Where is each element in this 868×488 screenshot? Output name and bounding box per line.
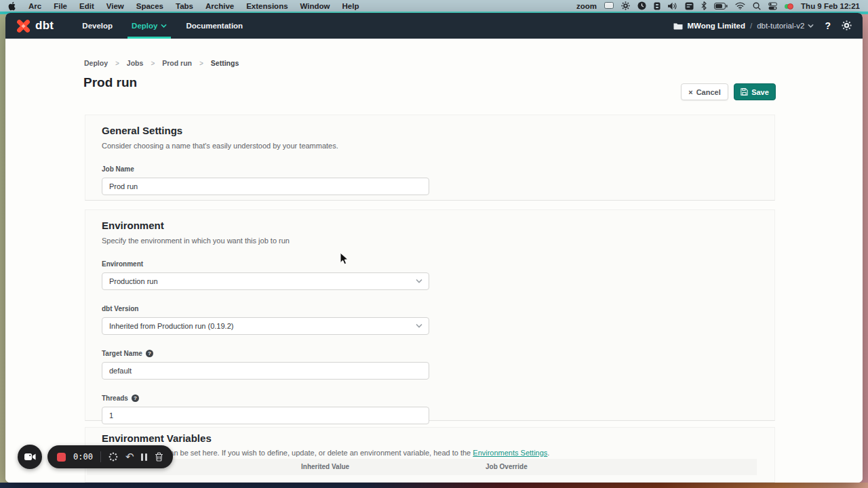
job-name-label: Job Name (102, 165, 758, 174)
spotlight-search-icon[interactable] (753, 2, 761, 10)
cancel-button[interactable]: × Cancel (681, 83, 728, 100)
section-description: Consider choosing a name that's easily u… (102, 142, 758, 150)
threads-label: Threads ? (102, 394, 758, 403)
nav-item-deploy[interactable]: Deploy (123, 13, 175, 39)
recording-indicator-icon[interactable] (785, 3, 793, 9)
clock-icon[interactable] (637, 1, 646, 10)
help-button[interactable]: ? (823, 20, 833, 31)
divider (100, 451, 101, 462)
dbt-brand[interactable]: dbt (16, 19, 54, 33)
menubar-menu-spaces[interactable]: Spaces (136, 2, 163, 10)
save-button[interactable]: Save (734, 83, 776, 100)
wifi-icon[interactable] (735, 2, 745, 9)
page-title: Prod run (83, 75, 137, 90)
menubar-menu-archive[interactable]: Archive (205, 2, 234, 10)
environment-label: Environment (102, 260, 758, 268)
macos-menubar: Arc File Edit View Spaces Tabs Archive E… (0, 0, 868, 12)
breadcrumb-separator: > (115, 60, 119, 67)
wallpaper-strip (0, 483, 868, 488)
menubar-menu-help[interactable]: Help (342, 2, 359, 10)
threads-input[interactable] (102, 407, 429, 424)
menubar-menu-view[interactable]: View (106, 2, 124, 10)
chevron-down-icon (808, 24, 814, 28)
camera-toggle-button[interactable] (18, 445, 42, 469)
dbt-logo-icon (16, 19, 31, 33)
recorder-toolbar: 0:00 ↶ (47, 445, 173, 468)
nav-item-documentation[interactable]: Documentation (178, 13, 251, 39)
menubar-clock[interactable]: Thu 9 Feb 12:21 (801, 2, 860, 10)
column-header-job-override: Job Override (486, 459, 528, 475)
target-name-label: Target Name ? (102, 349, 758, 358)
general-settings-section: General Settings Consider choosing a nam… (85, 115, 775, 201)
environment-variables-section: Environment Variables Job level override… (85, 427, 775, 483)
account-switcher[interactable]: MWong Limited / dbt-tutorial-v2 (673, 22, 814, 30)
menubar-menu-tabs[interactable]: Tabs (176, 2, 193, 10)
menubar-app-menu[interactable]: Arc (28, 2, 41, 10)
close-icon: × (688, 88, 692, 96)
browser-window: dbt Develop Deploy Documentation MWong L… (5, 13, 863, 483)
account-name: MWong Limited (688, 22, 745, 30)
environment-section: Environment Specify the environment in w… (85, 209, 775, 421)
zoom-app-label[interactable]: zoom (576, 2, 597, 10)
section-heading: Environment (102, 220, 758, 232)
dbt-version-select[interactable]: Inherited from Production run (0.19.2) (102, 317, 429, 335)
section-heading: Environment Variables (102, 432, 758, 445)
video-camera-icon (24, 453, 36, 461)
bluetooth-icon[interactable] (701, 1, 707, 10)
screen-share-icon[interactable] (604, 2, 614, 9)
gear-icon[interactable] (621, 1, 630, 10)
breadcrumb-deploy[interactable]: Deploy (84, 59, 108, 67)
environments-settings-link[interactable]: Environments Settings (473, 449, 547, 457)
settings-page: Deploy > Jobs > Prod run > Settings Prod… (5, 39, 863, 483)
stop-recording-button[interactable] (57, 453, 66, 462)
battery-icon[interactable] (714, 3, 728, 9)
display-settings-icon[interactable] (685, 2, 694, 10)
chevron-down-icon (416, 323, 422, 328)
breadcrumb-settings: Settings (211, 59, 239, 67)
section-description: Job level overrides can be set here. If … (102, 449, 758, 458)
breadcrumb-separator: > (199, 60, 203, 67)
mouse-cursor (340, 252, 349, 268)
help-tooltip-icon[interactable]: ? (132, 394, 139, 402)
pause-icon[interactable] (141, 453, 147, 461)
menubar-menu-edit[interactable]: Edit (79, 2, 94, 10)
dbt-navbar: dbt Develop Deploy Documentation MWong L… (5, 13, 863, 39)
job-name-input[interactable] (102, 178, 429, 195)
column-header-inherited-value: Inherited Value (301, 459, 349, 475)
path-separator: / (750, 22, 752, 30)
section-heading: General Settings (102, 125, 758, 137)
breadcrumb-prod-run[interactable]: Prod run (162, 59, 192, 67)
variables-table-header: Inherited Value Job Override (87, 459, 757, 475)
breadcrumb-separator: > (151, 60, 155, 67)
click-highlight-icon[interactable] (108, 452, 118, 462)
folder-icon (673, 22, 683, 30)
menubar-menu-extensions[interactable]: Extensions (246, 2, 288, 10)
breadcrumb: Deploy > Jobs > Prod run > Settings (84, 59, 239, 67)
nav-item-develop[interactable]: Develop (74, 13, 121, 39)
breadcrumb-jobs[interactable]: Jobs (127, 59, 144, 67)
trash-icon[interactable] (155, 452, 163, 462)
volume-icon[interactable] (668, 2, 677, 10)
environment-select[interactable]: Production run (102, 272, 429, 290)
control-center-icon[interactable] (768, 2, 777, 10)
chevron-down-icon (161, 24, 167, 28)
target-name-input[interactable] (102, 362, 429, 380)
undo-icon[interactable]: ↶ (125, 452, 134, 462)
menubar-menu-file[interactable]: File (54, 2, 67, 10)
settings-gear-icon[interactable] (842, 20, 852, 32)
help-tooltip-icon[interactable]: ? (146, 350, 153, 357)
app-status-icon[interactable] (654, 2, 660, 10)
project-name[interactable]: dbt-tutorial-v2 (757, 22, 814, 30)
section-description: Specify the environment in which you wan… (102, 237, 758, 245)
save-disk-icon (741, 88, 748, 96)
apple-menu-icon[interactable] (8, 1, 16, 11)
recording-timer: 0:00 (73, 452, 93, 462)
chevron-down-icon (416, 279, 422, 283)
dbt-version-label: dbt Version (102, 304, 758, 313)
menubar-menu-window[interactable]: Window (300, 2, 330, 10)
brand-name: dbt (35, 19, 54, 33)
